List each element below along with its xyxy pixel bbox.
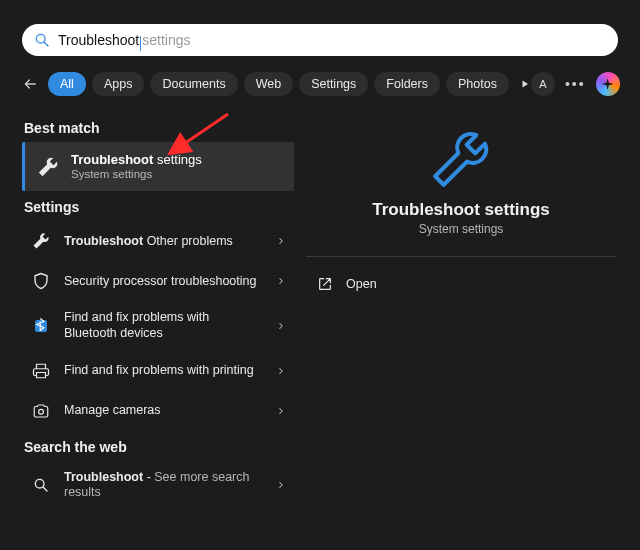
filter-photos[interactable]: Photos <box>446 72 509 96</box>
search-typed-text: Troubleshoot <box>58 32 139 48</box>
filter-documents[interactable]: Documents <box>150 72 237 96</box>
chevron-right-icon <box>276 480 286 490</box>
wrench-icon <box>30 230 52 252</box>
svg-line-1 <box>44 42 48 46</box>
chevron-right-icon <box>276 236 286 246</box>
settings-item-bluetooth[interactable]: Find and fix problems with Bluetooth dev… <box>22 301 294 350</box>
wrench-icon <box>426 124 496 194</box>
svg-line-5 <box>43 487 47 491</box>
filter-row: All Apps Documents Web Settings Folders … <box>22 68 618 100</box>
action-open[interactable]: Open <box>306 267 616 301</box>
chevron-right-icon <box>276 321 286 331</box>
filter-web[interactable]: Web <box>244 72 293 96</box>
section-best-match: Best match <box>24 120 294 136</box>
copilot-icon[interactable] <box>596 72 620 96</box>
search-ghost-text: settings <box>142 32 190 48</box>
printer-icon <box>30 360 52 382</box>
filter-folders[interactable]: Folders <box>374 72 440 96</box>
section-search-web: Search the web <box>24 439 294 455</box>
chevron-right-icon <box>276 406 286 416</box>
wrench-icon <box>37 156 59 178</box>
more-filters-button[interactable] <box>519 73 531 95</box>
results-column: Best match Troubleshoot settings System … <box>22 112 294 510</box>
best-match-text: Troubleshoot settings System settings <box>71 152 202 181</box>
avatar[interactable]: A <box>531 72 555 96</box>
filter-apps[interactable]: Apps <box>92 72 145 96</box>
settings-item-security-processor[interactable]: Security processor troubleshooting <box>22 261 294 301</box>
chevron-right-icon <box>276 366 286 376</box>
settings-list: Troubleshoot Other problems Security pro… <box>22 221 294 430</box>
search-icon <box>34 32 50 48</box>
back-button[interactable] <box>22 74 38 94</box>
more-menu-icon[interactable]: ••• <box>565 76 586 92</box>
detail-title: Troubleshoot settings <box>306 200 616 220</box>
camera-icon <box>30 400 52 422</box>
search-icon <box>30 474 52 496</box>
text-cursor <box>140 36 141 51</box>
filter-all[interactable]: All <box>48 72 86 96</box>
best-match-result[interactable]: Troubleshoot settings System settings <box>22 142 294 191</box>
divider <box>306 256 616 257</box>
action-open-label: Open <box>346 277 377 291</box>
settings-item-cameras[interactable]: Manage cameras <box>22 391 294 431</box>
bluetooth-icon <box>30 315 52 337</box>
chevron-right-icon <box>276 276 286 286</box>
detail-panel: Troubleshoot settings System settings Op… <box>306 112 616 301</box>
filter-settings[interactable]: Settings <box>299 72 368 96</box>
settings-item-printing[interactable]: Find and fix problems with printing <box>22 351 294 391</box>
web-item-troubleshoot[interactable]: Troubleshoot - See more search results <box>22 461 294 510</box>
search-bar[interactable]: Troubleshoot settings <box>22 24 618 56</box>
open-icon <box>316 275 334 293</box>
shield-icon <box>30 270 52 292</box>
settings-item-troubleshoot-other[interactable]: Troubleshoot Other problems <box>22 221 294 261</box>
section-settings: Settings <box>24 199 294 215</box>
svg-point-3 <box>39 409 44 414</box>
detail-subtitle: System settings <box>306 222 616 236</box>
